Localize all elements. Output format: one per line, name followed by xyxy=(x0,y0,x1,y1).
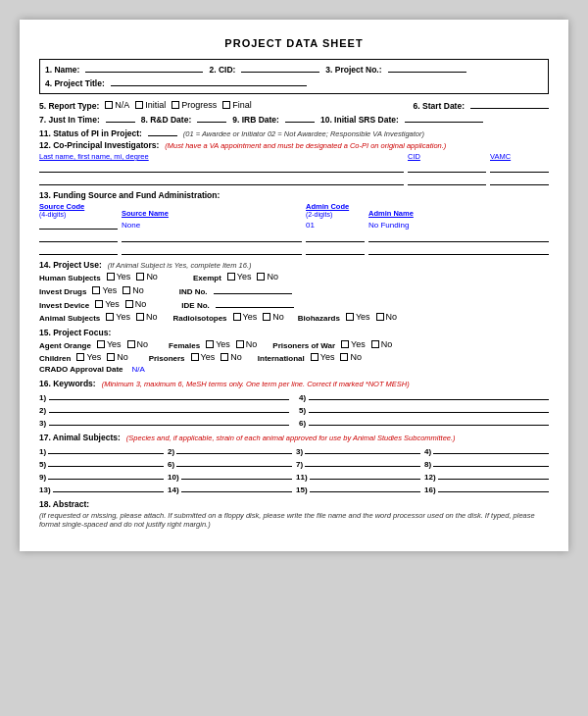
ao-no-cb[interactable] xyxy=(127,340,135,348)
name-field[interactable] xyxy=(85,63,203,73)
pris-yes[interactable]: Yes xyxy=(191,352,216,362)
progress-option[interactable]: Progress xyxy=(172,100,217,110)
kw-4-field[interactable] xyxy=(309,390,549,400)
admin-name-field2[interactable] xyxy=(368,232,549,242)
kw-6-field[interactable] xyxy=(309,416,549,426)
pow-no-cb[interactable] xyxy=(371,340,379,348)
pris-no-cb[interactable] xyxy=(220,353,228,361)
device-no-checkbox[interactable] xyxy=(125,300,133,308)
rd-date-field[interactable] xyxy=(197,113,226,123)
ind-no-field[interactable] xyxy=(214,284,292,294)
radio-yes-checkbox[interactable] xyxy=(233,313,241,321)
radio-no-checkbox[interactable] xyxy=(263,313,270,321)
final-checkbox[interactable] xyxy=(222,101,230,109)
intl-yes-cb[interactable] xyxy=(311,353,318,361)
animal-9-field[interactable] xyxy=(48,470,164,480)
na-option[interactable]: N/A xyxy=(105,100,129,110)
admin-code-field3[interactable] xyxy=(306,245,365,255)
device-no[interactable]: No xyxy=(125,299,147,309)
animal-3-field[interactable] xyxy=(305,444,420,454)
animal-5-field[interactable] xyxy=(48,457,164,467)
animal-7-field[interactable] xyxy=(305,457,420,467)
drugs-no-checkbox[interactable] xyxy=(122,286,130,294)
co-pi-vamc2-field[interactable] xyxy=(490,176,549,185)
animal-12-field[interactable] xyxy=(438,470,549,480)
co-pi-name2-field[interactable] xyxy=(39,176,404,185)
fem-yes-cb[interactable] xyxy=(206,340,214,348)
start-date-field[interactable] xyxy=(470,99,549,109)
co-pi-cid2-field[interactable] xyxy=(408,176,486,185)
pow-yes-cb[interactable] xyxy=(341,340,349,348)
admin-code-field2[interactable] xyxy=(306,232,365,242)
exempt-no-checkbox[interactable] xyxy=(257,273,265,281)
kw-1-field[interactable] xyxy=(49,390,289,400)
intl-no-cb[interactable] xyxy=(340,353,348,361)
fem-no[interactable]: No xyxy=(236,339,258,349)
status-pi-field[interactable] xyxy=(148,127,177,136)
chil-yes[interactable]: Yes xyxy=(76,352,101,362)
kw-3-field[interactable] xyxy=(49,416,289,426)
irb-date-field[interactable] xyxy=(285,113,315,123)
fem-no-cb[interactable] xyxy=(236,340,244,348)
ao-yes-cb[interactable] xyxy=(97,340,105,348)
fem-yes[interactable]: Yes xyxy=(206,339,230,349)
ao-no[interactable]: No xyxy=(127,339,149,349)
pris-no[interactable]: No xyxy=(220,352,242,362)
chil-no-cb[interactable] xyxy=(107,353,115,361)
human-yes[interactable]: Yes xyxy=(107,272,131,281)
pow-no[interactable]: No xyxy=(371,339,393,349)
initial-checkbox[interactable] xyxy=(135,101,143,109)
animal-15-field[interactable] xyxy=(310,483,420,492)
animal-13-field[interactable] xyxy=(53,483,164,492)
project-title-field[interactable] xyxy=(111,77,307,86)
source-code-field2[interactable] xyxy=(39,232,118,242)
animal-10-field[interactable] xyxy=(181,470,292,480)
exempt-no[interactable]: No xyxy=(257,272,278,281)
drugs-no[interactable]: No xyxy=(122,285,144,295)
animal-4-field[interactable] xyxy=(433,444,549,454)
human-no-checkbox[interactable] xyxy=(136,273,144,281)
progress-checkbox[interactable] xyxy=(172,101,179,109)
source-code-field[interactable] xyxy=(39,220,118,230)
co-pi-cid1-field[interactable] xyxy=(408,163,486,173)
animal-1-field[interactable] xyxy=(48,444,164,454)
animal-14-field[interactable] xyxy=(181,483,292,492)
radio-yes[interactable]: Yes xyxy=(233,312,258,322)
bio-yes-checkbox[interactable] xyxy=(346,313,354,321)
animal-2-field[interactable] xyxy=(176,444,292,454)
kw-5-field[interactable] xyxy=(309,403,549,413)
animal-no[interactable]: No xyxy=(136,312,158,322)
device-yes-checkbox[interactable] xyxy=(95,300,103,308)
human-yes-checkbox[interactable] xyxy=(107,273,115,281)
source-name-field3[interactable] xyxy=(122,245,302,255)
drugs-yes[interactable]: Yes xyxy=(92,285,117,295)
human-no[interactable]: No xyxy=(136,272,158,281)
initial-option[interactable]: Initial xyxy=(135,100,166,110)
intl-yes[interactable]: Yes xyxy=(311,352,335,362)
animal-yes[interactable]: Yes xyxy=(106,312,130,322)
source-name-field2[interactable] xyxy=(122,232,302,242)
just-in-time-field[interactable] xyxy=(106,113,135,123)
na-checkbox[interactable] xyxy=(105,101,113,109)
bio-no-checkbox[interactable] xyxy=(376,313,384,321)
co-pi-vamc1-field[interactable] xyxy=(490,163,549,173)
cid-field[interactable] xyxy=(241,63,319,73)
exempt-yes-checkbox[interactable] xyxy=(227,273,235,281)
chil-yes-cb[interactable] xyxy=(76,353,84,361)
exempt-yes[interactable]: Yes xyxy=(227,272,252,281)
animal-8-field[interactable] xyxy=(433,457,549,467)
drugs-yes-checkbox[interactable] xyxy=(92,286,100,294)
animal-yes-checkbox[interactable] xyxy=(106,313,114,321)
final-option[interactable]: Final xyxy=(222,100,252,110)
device-yes[interactable]: Yes xyxy=(95,299,120,309)
ao-yes[interactable]: Yes xyxy=(97,339,122,349)
animal-no-checkbox[interactable] xyxy=(136,313,144,321)
bio-yes[interactable]: Yes xyxy=(346,312,370,322)
pow-yes[interactable]: Yes xyxy=(341,339,366,349)
source-code-field3[interactable] xyxy=(39,245,118,255)
admin-name-field3[interactable] xyxy=(368,245,549,255)
project-no-field[interactable] xyxy=(388,63,466,73)
ide-no-field[interactable] xyxy=(216,298,294,308)
chil-no[interactable]: No xyxy=(107,352,128,362)
animal-6-field[interactable] xyxy=(176,457,292,467)
